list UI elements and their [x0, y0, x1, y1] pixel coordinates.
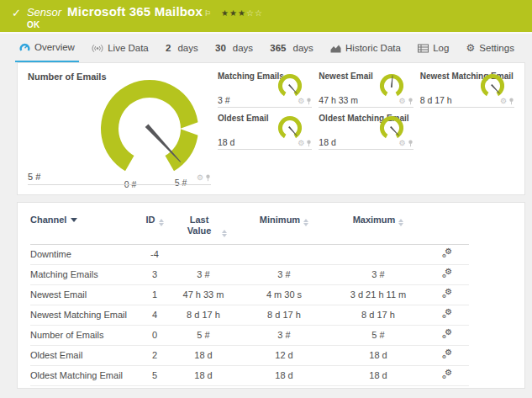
tab-settings[interactable]: ⚙ Settings [462, 34, 519, 62]
maximum-cell: 3 # [331, 265, 425, 285]
oldest-email-gauge [277, 114, 303, 140]
col-header-channel[interactable]: Channel [30, 210, 140, 245]
tile-gear-icon[interactable]: ⚙ [399, 98, 406, 105]
oldest-matching-email-gauge [378, 114, 405, 140]
gauge-tile-matching-emails[interactable]: Matching Emails 3 # ⚙ [218, 68, 312, 110]
tab-30-days[interactable]: 30 days [211, 34, 257, 62]
stars-filled[interactable]: ★★★ [221, 8, 246, 18]
last-value-cell: 18 d [170, 366, 237, 386]
gauge-tile-newest-email[interactable]: Newest Email 47 h 33 m ⚙ [319, 68, 413, 110]
priority-stars[interactable]: ★★★☆☆ [221, 8, 263, 18]
tab-historic-data[interactable]: Historic Data [326, 34, 405, 62]
sensor-status-badge: OK [27, 20, 263, 29]
tab-2-days[interactable]: 2 days [161, 34, 203, 62]
tile-gear-icon[interactable]: ⚙ [197, 174, 203, 182]
tile-pin-icon[interactable] [205, 174, 211, 182]
minimum-cell: 8 d 17 h [237, 305, 331, 326]
tile-pin-icon[interactable] [306, 140, 312, 147]
table-row-newest-email: Newest Email 1 47 h 33 m 4 m 30 s 3 d 21… [30, 285, 469, 305]
maximum-cell: 18 d [331, 366, 425, 386]
id-cell: 1 [140, 285, 170, 305]
channel-settings-gear-icon[interactable]: ⚙⚙ [442, 310, 452, 319]
tile-gear-icon[interactable]: ⚙ [500, 98, 507, 105]
overview-gauges-panel: Number of Emails 0 # 5 # 5 # ⚙ Matching … [17, 62, 525, 195]
minimum-cell: 12 d [237, 346, 331, 366]
last-value-cell: 8 d 17 h [170, 305, 237, 326]
tile-gear-icon[interactable]: ⚙ [298, 98, 304, 105]
col-header-maximum[interactable]: Maximum [331, 210, 425, 245]
channel-settings-gear-icon[interactable]: ⚙⚙ [442, 249, 452, 258]
table-row-newest-matching-email: Newest Matching Email 4 8 d 17 h 8 d 17 … [30, 305, 469, 326]
tab-log[interactable]: Log [413, 34, 453, 62]
stars-empty[interactable]: ☆☆ [246, 8, 263, 18]
channel-name-cell: Oldest Matching Email [30, 366, 140, 386]
sort-desc-icon [71, 218, 77, 222]
id-cell: 5 [140, 366, 170, 386]
area-chart-icon [330, 44, 341, 53]
minimum-cell: 4 m 30 s [237, 285, 331, 305]
gauge-tile-newest-matching-email[interactable]: Newest Matching Email 8 d 17 h ⚙ [420, 68, 514, 110]
minimum-cell: 3 # [237, 265, 331, 285]
channel-name-cell: Downtime [30, 245, 140, 265]
channel-name-cell: Oldest Email [30, 346, 140, 366]
gauge-footer: 8 d 17 h ⚙ [420, 95, 514, 108]
col-header-id[interactable]: ID [140, 210, 170, 245]
channel-settings-gear-icon[interactable]: ⚙⚙ [442, 350, 452, 359]
sensor-kind-label: Sensor [27, 6, 61, 19]
channel-name-cell: Number of Emails [30, 326, 140, 346]
channel-settings-gear-icon[interactable]: ⚙⚙ [442, 289, 452, 299]
prtg-sensor-page: ✓ Sensor Microsoft 365 Mailbox ⚐ ★★★☆☆ O… [0, 0, 532, 389]
channel-settings-gear-icon[interactable]: ⚙⚙ [442, 269, 452, 279]
gauge-tile-number-of-emails[interactable]: Number of Emails 0 # 5 # 5 # ⚙ [28, 68, 213, 189]
maximum-cell [331, 245, 425, 265]
minimum-cell [237, 245, 331, 265]
channel-name-cell: Newest Email [30, 285, 140, 305]
last-value-cell: 47 h 33 m [170, 285, 237, 305]
tile-pin-icon[interactable] [408, 98, 413, 105]
table-row-matching-emails: Matching Emails 3 3 # 3 # 3 # ⚙⚙ [30, 265, 469, 285]
log-list-icon [418, 44, 429, 53]
channel-settings-gear-icon[interactable]: ⚙⚙ [442, 370, 452, 379]
tile-pin-icon[interactable] [508, 98, 514, 105]
table-row-oldest-matching-email: Oldest Matching Email 5 18 d 18 d 18 d ⚙… [30, 366, 469, 386]
tab-label: Settings [479, 43, 514, 53]
gauge-footer: 18 d ⚙ [319, 137, 413, 150]
col-header-minimum[interactable]: Minimum [237, 210, 331, 245]
gauge-needle [390, 126, 399, 136]
small-gauge-grid: Matching Emails 3 # ⚙ Newest Email [218, 68, 514, 189]
tile-gear-icon[interactable]: ⚙ [399, 140, 406, 147]
col-header-actions [425, 210, 469, 245]
newest-matching-email-gauge [479, 72, 506, 98]
gauge-value: 3 # [218, 95, 230, 105]
tab-label: Live Data [108, 43, 149, 53]
gauge-tile-oldest-email[interactable]: Oldest Email 18 d ⚙ [218, 110, 312, 152]
channel-settings-gear-icon[interactable]: ⚙⚙ [442, 330, 452, 339]
tab-label: days [233, 43, 253, 53]
last-value-cell: 3 # [170, 265, 237, 285]
sensor-title: Microsoft 365 Mailbox [67, 4, 203, 19]
maximum-cell: 8 d 17 h [331, 305, 425, 326]
gauge-value: 5 # [28, 172, 40, 182]
gauge-tile-oldest-matching-email[interactable]: Oldest Matching Email 18 d ⚙ [319, 110, 413, 152]
maximum-cell: 5 # [331, 326, 425, 346]
tab-365-days[interactable]: 365 days [266, 34, 317, 62]
sensor-header: ✓ Sensor Microsoft 365 Mailbox ⚐ ★★★☆☆ O… [0, 0, 532, 32]
broadcast-icon [92, 44, 103, 53]
id-cell: -4 [140, 245, 170, 265]
channels-table: Channel ID Last Value Minimum Maximum Do… [30, 210, 469, 386]
gauge-footer: 47 h 33 m ⚙ [319, 95, 413, 108]
gauge-icon [19, 42, 30, 52]
col-header-last-value[interactable]: Last Value [170, 210, 237, 245]
tab-overview[interactable]: Overview [15, 34, 79, 62]
id-cell: 4 [140, 305, 170, 326]
tile-pin-icon[interactable] [408, 140, 413, 147]
id-cell: 0 [140, 326, 170, 346]
tile-pin-icon[interactable] [306, 98, 312, 105]
tab-live-data[interactable]: Live Data [87, 34, 153, 62]
matching-emails-gauge [277, 72, 303, 98]
minimum-cell: 18 d [237, 366, 331, 386]
flag-icon[interactable]: ⚐ [204, 9, 211, 18]
sort-icon [303, 219, 308, 226]
tab-label: Historic Data [345, 43, 401, 53]
tile-gear-icon[interactable]: ⚙ [298, 140, 304, 147]
